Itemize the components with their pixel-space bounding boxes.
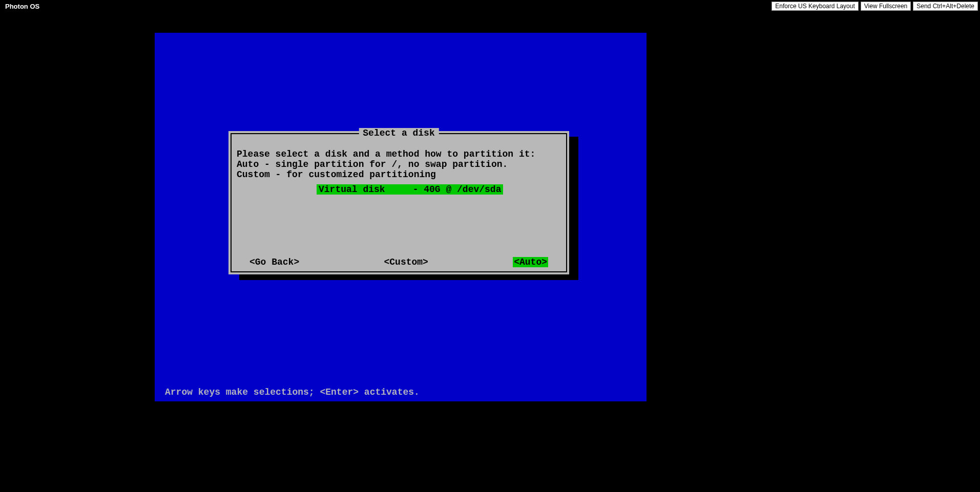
go-back-button[interactable]: <Go Back> <box>249 257 299 267</box>
vm-title: Photon OS <box>2 3 39 10</box>
view-fullscreen-button[interactable]: View Fullscreen <box>861 2 911 11</box>
dialog-instruction-line1: Please select a disk and a method how to… <box>237 149 561 160</box>
dialog-title: Select a disk <box>359 128 439 138</box>
dialog-instruction-line2: Auto - single partition for /, no swap p… <box>237 160 561 170</box>
dialog-inner: Select a disk Please select a disk and a… <box>231 133 567 272</box>
send-ctrl-alt-delete-button[interactable]: Send Ctrl+Alt+Delete <box>913 2 978 11</box>
console-controls: Enforce US Keyboard Layout View Fullscre… <box>772 2 978 11</box>
disk-entry-selected[interactable]: Virtual disk - 40G @ /dev/sda <box>317 184 503 195</box>
dialog-instruction-line3: Custom - for customized partitioning <box>237 170 561 180</box>
footer-hint: Arrow keys make selections; <Enter> acti… <box>165 387 420 397</box>
auto-button[interactable]: <Auto> <box>513 257 548 267</box>
dialog-button-row: <Go Back> <Custom> <Auto> <box>232 257 566 267</box>
custom-button[interactable]: <Custom> <box>384 257 428 267</box>
dialog-content: Please select a disk and a method how to… <box>232 134 566 185</box>
enforce-keyboard-button[interactable]: Enforce US Keyboard Layout <box>772 2 858 11</box>
console-header: Photon OS Enforce US Keyboard Layout Vie… <box>0 0 980 12</box>
select-disk-dialog: Select a disk Please select a disk and a… <box>228 131 569 274</box>
console-screen[interactable]: Select a disk Please select a disk and a… <box>155 33 647 401</box>
